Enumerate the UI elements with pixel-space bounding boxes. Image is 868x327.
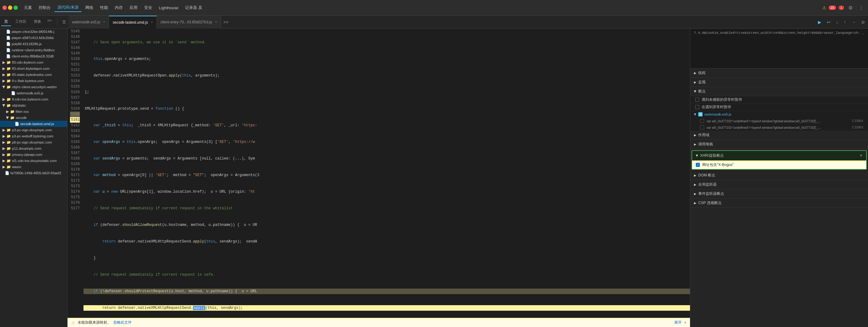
sidebar-folder-p3-pc-sign[interactable]: ▶ 📁 p3-pc-sign.douyinpic.com	[0, 127, 67, 133]
tab-workspace[interactable]: 工作区	[12, 18, 29, 26]
file-tab-client-entry[interactable]: client-entry-70...43.85d027b3.js ×	[157, 16, 221, 29]
ignore-file-link[interactable]: 忽略此文件	[113, 320, 132, 325]
step-icon[interactable]: →	[849, 19, 858, 26]
sidebar-item-runtime[interactable]: 📄 runtime~client-entry.8ddbcc	[0, 47, 67, 53]
sidebar-folder-lf-cdn-tos[interactable]: ▶ 📁 lf-cdn-tos.bytescm.com	[0, 96, 67, 102]
sidebar-item-secsdk-umd[interactable]: 📄 secsdk-lastest.umd.js	[0, 121, 67, 127]
menu-recorder[interactable]: 记录器 及	[182, 4, 205, 12]
bp-file-header[interactable]: ▶ JS webmssdk.es5.js	[690, 111, 868, 118]
sidebar-item-player2[interactable]: 📄 player-d387c413.fd3c2b6d.	[0, 35, 67, 41]
section-callstack[interactable]: ▶ 调用堆栈	[690, 140, 868, 149]
file-tab-client-entry-close[interactable]: ×	[215, 20, 217, 24]
step-out-icon[interactable]: ↑	[842, 19, 848, 26]
menu-lighthouse[interactable]: Lighthouse	[156, 4, 182, 11]
sidebar-folder-privacy[interactable]: ▶ 📁 privacy.zijieapi.com	[0, 152, 67, 158]
maximize-window-btn[interactable]	[13, 5, 18, 10]
minimize-window-btn[interactable]	[8, 5, 12, 10]
code-line-5155: // Send request immediately if current r…	[84, 206, 690, 211]
deactivate-breakpoints-icon[interactable]: ⊘	[859, 19, 867, 26]
bp-item-2-checkbox[interactable]	[700, 126, 704, 129]
menu-performance[interactable]: 性能	[97, 4, 111, 12]
tab-overflow-btn[interactable]: >>	[221, 20, 231, 25]
code-line-5149: XMLHttpRequest.prototype.send = function…	[84, 106, 690, 112]
code-content[interactable]: // Save open arguments, we use it in `se…	[84, 29, 690, 318]
section-global-listeners[interactable]: ▶ 全局监听器	[690, 180, 868, 189]
sidebar-folder-sf1-cdn-label: sf1-cdn-tos.douyinstatic.com	[12, 159, 57, 163]
folder-arrow-lf-cdn-tos: ▶	[2, 97, 5, 102]
sidebar-item-fa7060b[interactable]: 📄 fa7060b-149d-4655-b62f-93aef2	[0, 170, 67, 176]
section-dom[interactable]: ▶ DOM 断点	[690, 171, 868, 180]
section-breakpoints[interactable]: ▶ 断点	[690, 87, 868, 96]
sidebar-folder-p6-pc-sign[interactable]: ▶ 📁 p6-pc-sign.douyinpic.com	[0, 139, 67, 145]
sidebar-folder-lf-c-flwb-label: lf-c-flwb.bytetos.com	[12, 79, 44, 83]
warning-right: 展开 ×	[674, 320, 686, 325]
xhr-breakpoint-item[interactable]: ✓ 网址包含"X-Bogus"	[692, 160, 866, 169]
xhr-add-btn[interactable]: +	[860, 153, 863, 158]
more-options-icon[interactable]: ⋮	[857, 4, 866, 12]
tab-more-btn[interactable]: >>	[45, 18, 53, 26]
bp-uncaught-checkbox[interactable]	[695, 98, 699, 102]
section-monitor[interactable]: ▶ 监视	[690, 78, 868, 87]
folder-icon-lf3-cdn: 📁	[6, 60, 11, 64]
file-tab-secsdk-close[interactable]: ×	[151, 21, 153, 24]
close-window-btn[interactable]	[2, 5, 7, 10]
sidebar-folder-filter-xss[interactable]: ▶ 📁 filter-xss	[0, 108, 67, 115]
code-line-5154: var u = new URL(openArgs[1], window.loca…	[84, 189, 690, 194]
section-scope[interactable]: ▶ 作用域	[690, 131, 868, 140]
sidebar-folder-wasm[interactable]: ▶ 📁 wasm	[0, 164, 67, 170]
expand-link[interactable]: 展开	[674, 320, 682, 325]
section-csp[interactable]: ▶ CSP 违规断点	[690, 198, 868, 208]
menu-console[interactable]: 控制台	[36, 4, 54, 12]
bp-item-1[interactable]: var w0_0x3771f2='undefined'==typeof wind…	[690, 118, 868, 124]
section-threads[interactable]: ▶ 线程	[690, 69, 868, 78]
sidebar-item-client-entry[interactable]: 📄 client-entry-f88dba18.32d8	[0, 53, 67, 59]
settings-icon[interactable]: ⚙	[846, 4, 855, 12]
sidebar-folder-lf3-short[interactable]: ▶ 📁 lf3-short.ibytedapm.com	[0, 65, 67, 72]
section-xhr[interactable]: ▶ XHR/提取断点 +	[692, 151, 866, 160]
menu-application[interactable]: 应用	[126, 4, 141, 12]
step-into-icon[interactable]: ↓	[834, 19, 840, 26]
bp-all-checkbox[interactable]	[695, 105, 699, 109]
tab-replace[interactable]: 替换	[31, 18, 44, 26]
sidebar-folder-obj-rc[interactable]: ▶ 📁 obj/rc-client-security/c-webm	[0, 84, 67, 90]
file-tab-secsdk[interactable]: secsdk-lastest.umd.js ×	[109, 16, 157, 29]
breakpoints-label: 断点	[698, 89, 706, 94]
file-tab-webmssdk[interactable]: webmssdk.es5.js ×	[68, 16, 109, 29]
sidebar-folder-p11[interactable]: ▶ 📁 p11.douyinpic.com	[0, 145, 67, 152]
folder-icon-p11: 📁	[6, 146, 11, 151]
warning-text: 未能加载来源映射。	[78, 320, 111, 325]
file-tab-webmssdk-close[interactable]: ×	[103, 20, 105, 24]
sidebar-item-polyfill[interactable]: 📄 polyfill.43118296.js	[0, 41, 67, 47]
menu-elements[interactable]: 元素	[21, 4, 35, 12]
warning-close-btn[interactable]: ×	[684, 321, 686, 325]
menu-network[interactable]: 网络	[82, 4, 96, 12]
bp-item-1-checkbox[interactable]	[700, 119, 704, 123]
section-event-listeners[interactable]: ▶ 事件监听器断点	[690, 189, 868, 198]
sidebar-item-player2-label: player-d387c413.fd3c2b6d.	[12, 36, 54, 39]
sidebar-folder-lf3-static[interactable]: ▶ 📁 lf3-static.bytednsdoc.com	[0, 72, 67, 78]
code-container[interactable]: 51455146514751485149 5150515151525153515…	[67, 29, 690, 318]
sidebar-item-secsdk-umd-label: secsdk-lastest.umd.js	[20, 122, 54, 126]
sidebar-folder-wasm-label: wasm	[12, 165, 21, 169]
xhr-section-wrapper: ▶ XHR/提取断点 + ✓ 网址包含"X-Bogus"	[691, 150, 867, 170]
menu-memory[interactable]: 内存	[112, 4, 126, 12]
menu-security[interactable]: 安全	[141, 4, 155, 12]
sidebar-folder-lf3-cdn[interactable]: ▶ 📁 lf3-cdn.ibytecm.com	[0, 59, 67, 65]
sidebar-item-webmssdk[interactable]: 📄 webmssdk.es5.js	[0, 90, 67, 96]
sidebar-folder-lf-c-flwb[interactable]: ▶ 📁 lf-c-flwb.bytetos.com	[0, 78, 67, 84]
right-panel-sections: ▶ 线程 ▶ 监视 ▶ 断点 遇到未捕获的异常时暂停 在遇到异常时	[690, 69, 868, 327]
menu-sources[interactable]: 源代码/来源	[54, 3, 82, 12]
bp-uncaught-exceptions[interactable]: 遇到未捕获的异常时暂停	[690, 96, 868, 104]
sidebar-folder-obj-static[interactable]: ▶ 📁 obj/static	[0, 102, 67, 108]
csp-label: CSP 违规断点	[698, 200, 722, 206]
tab-page[interactable]: 页	[1, 18, 11, 26]
bp-all-exceptions[interactable]: 在遇到异常时暂停	[690, 104, 868, 111]
sidebar-item-player1[interactable]: 📄 player-c4ce32be.bf0014fb.j	[0, 29, 67, 35]
xhr-breakpoint-checkbox[interactable]: ✓	[696, 163, 700, 167]
sidebar-folder-sf1-cdn[interactable]: ▶ 📁 sf1-cdn-tos.douyinstatic.com	[0, 158, 67, 164]
step-over-icon[interactable]: ↩	[825, 19, 832, 26]
sidebar-folder-p3-pc-weboff[interactable]: ▶ 📁 p3-pc-weboff.byteimg.com	[0, 133, 67, 139]
bp-item-2[interactable]: var w0_0x3771f2='undefined'==typeof wind…	[690, 124, 868, 131]
pause-icon[interactable]: ▶	[816, 19, 823, 26]
sidebar-folder-secsdk[interactable]: ▶ 📁 secsdk	[0, 115, 67, 121]
